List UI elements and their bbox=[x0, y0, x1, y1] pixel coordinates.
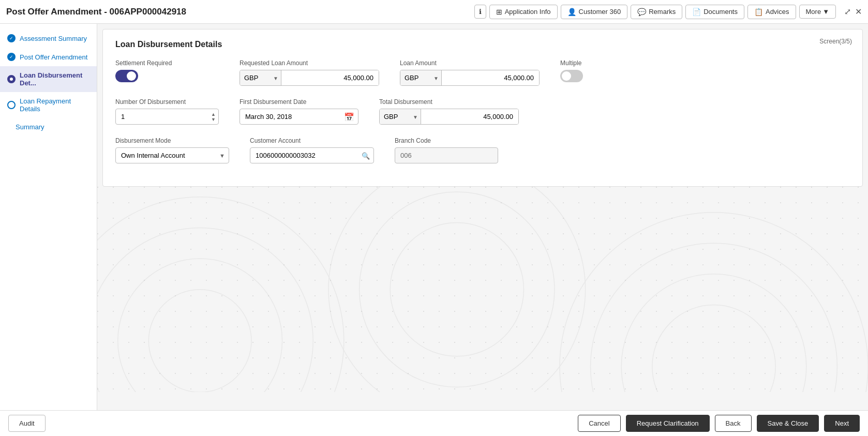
remarks-icon: 💬 bbox=[637, 8, 646, 16]
next-button[interactable]: Next bbox=[824, 415, 860, 432]
chevron-down-icon: ▼ bbox=[822, 8, 829, 16]
svg-point-3 bbox=[148, 290, 251, 393]
svg-point-6 bbox=[390, 223, 523, 356]
total-disbursement-group: Total Disbursement GBP USD EUR ▼ bbox=[379, 98, 519, 125]
total-disbursement-field: GBP USD EUR ▼ bbox=[379, 109, 519, 125]
requested-loan-amount-label: Requested Loan Amount bbox=[240, 59, 379, 67]
number-of-disbursement-input[interactable] bbox=[115, 109, 219, 125]
svg-point-2 bbox=[118, 259, 282, 392]
customer-360-button[interactable]: 👤 Customer 360 bbox=[561, 5, 628, 19]
customer-account-input[interactable] bbox=[250, 147, 374, 163]
branch-code-label: Branch Code bbox=[395, 137, 498, 144]
documents-icon: 📄 bbox=[692, 8, 701, 16]
footer: Audit Cancel Request Clarification Back … bbox=[0, 410, 868, 436]
maximize-button[interactable]: ⤢ bbox=[844, 7, 851, 17]
total-disbursement-input[interactable] bbox=[421, 109, 518, 124]
sidebar-item-post-offer-amendment[interactable]: ✓ Post Offer Amendment bbox=[0, 48, 97, 66]
page-title: Post Offer Amendment - 006APP000042918 bbox=[6, 7, 474, 17]
application-info-button[interactable]: ⊞ Application Info bbox=[489, 5, 558, 19]
svg-point-10 bbox=[652, 305, 775, 392]
total-currency-wrapper: GBP USD EUR ▼ bbox=[380, 109, 421, 124]
background-pattern bbox=[97, 187, 868, 394]
branch-code-input[interactable] bbox=[395, 147, 498, 163]
loan-currency-select[interactable]: GBP USD EUR bbox=[400, 70, 442, 85]
advices-button[interactable]: 📋 Advices bbox=[747, 5, 796, 19]
requested-currency-wrapper: GBP USD EUR ▼ bbox=[240, 70, 281, 85]
form-row-2: Number Of Disbursement ▲ ▼ First Disburs… bbox=[115, 98, 850, 125]
customer-account-label: Customer Account bbox=[250, 137, 374, 144]
sidebar-item-loan-repayment[interactable]: Loan Repayment Details bbox=[0, 92, 97, 118]
info-icon: ℹ bbox=[479, 8, 482, 16]
header-buttons: ℹ ⊞ Application Info 👤 Customer 360 💬 Re… bbox=[474, 5, 862, 19]
header: Post Offer Amendment - 006APP000042918 ℹ… bbox=[0, 0, 868, 24]
multiple-toggle[interactable] bbox=[560, 70, 583, 82]
decorative-circles bbox=[97, 187, 868, 392]
sidebar: ✓ Assessment Summary ✓ Post Offer Amendm… bbox=[0, 24, 97, 410]
stepper-up-button[interactable]: ▲ bbox=[211, 112, 216, 116]
requested-currency-select[interactable]: GBP USD EUR bbox=[240, 70, 281, 85]
customer-account-group: Customer Account 🔍 bbox=[250, 137, 374, 163]
total-currency-select[interactable]: GBP USD EUR bbox=[380, 109, 421, 124]
more-button[interactable]: More ▼ bbox=[799, 5, 836, 19]
svg-point-8 bbox=[591, 243, 837, 392]
number-of-disbursement-label: Number Of Disbursement bbox=[115, 98, 219, 106]
customer-account-search-button[interactable]: 🔍 bbox=[362, 152, 370, 160]
main-layout: ✓ Assessment Summary ✓ Post Offer Amendm… bbox=[0, 24, 868, 410]
form-row-3: Disbursement Mode Own Internal Account E… bbox=[115, 137, 850, 163]
first-disbursement-date-label: First Disbursement Date bbox=[240, 98, 358, 106]
info-button[interactable]: ℹ bbox=[474, 5, 486, 19]
requested-loan-amount-input[interactable] bbox=[281, 70, 379, 85]
active-circle bbox=[7, 75, 16, 83]
disbursement-mode-select[interactable]: Own Internal Account External Account Di… bbox=[115, 147, 229, 163]
loan-amount-label: Loan Amount bbox=[400, 59, 540, 67]
disbursement-mode-label: Disbursement Mode bbox=[115, 137, 229, 144]
svg-point-1 bbox=[97, 228, 313, 392]
multiple-label: Multiple bbox=[560, 59, 664, 67]
multiple-group: Multiple bbox=[560, 59, 664, 86]
svg-point-7 bbox=[560, 213, 868, 393]
sidebar-item-loan-disbursement[interactable]: Loan Disbursement Det... bbox=[0, 66, 97, 92]
svg-point-0 bbox=[97, 197, 344, 392]
loan-amount-field: GBP USD EUR ▼ bbox=[400, 70, 540, 86]
sidebar-item-assessment-summary[interactable]: ✓ Assessment Summary bbox=[0, 29, 97, 48]
circle-icon bbox=[7, 101, 16, 109]
save-close-button[interactable]: Save & Close bbox=[757, 415, 819, 432]
calendar-icon[interactable]: 📅 bbox=[344, 112, 354, 122]
number-of-disbursement-stepper: ▲ ▼ bbox=[115, 109, 219, 125]
toggle-slider-off bbox=[560, 70, 583, 82]
remarks-button[interactable]: 💬 Remarks bbox=[631, 5, 682, 19]
sidebar-item-label: Summary bbox=[16, 123, 44, 131]
disbursement-mode-wrapper: Own Internal Account External Account Di… bbox=[115, 147, 229, 163]
settlement-required-toggle[interactable] bbox=[115, 70, 138, 82]
cancel-button[interactable]: Cancel bbox=[578, 415, 620, 432]
first-disbursement-date-group: First Disbursement Date 📅 bbox=[240, 98, 358, 125]
documents-button[interactable]: 📄 Documents bbox=[685, 5, 744, 19]
settlement-required-label: Settlement Required bbox=[115, 59, 219, 67]
window-controls: ⤢ ✕ bbox=[844, 7, 862, 17]
application-icon: ⊞ bbox=[496, 8, 502, 16]
total-disbursement-label: Total Disbursement bbox=[379, 98, 519, 106]
requested-loan-amount-group: Requested Loan Amount GBP USD EUR ▼ bbox=[240, 59, 379, 86]
loan-currency-wrapper: GBP USD EUR ▼ bbox=[400, 70, 442, 85]
screen-info: Screen(3/5) bbox=[819, 38, 852, 45]
branch-code-group: Branch Code bbox=[395, 137, 498, 163]
main-content: Loan Disbursement Details Screen(3/5) Se… bbox=[97, 24, 868, 410]
audit-button[interactable]: Audit bbox=[8, 415, 46, 432]
loan-amount-group: Loan Amount GBP USD EUR ▼ bbox=[400, 59, 540, 86]
svg-point-9 bbox=[621, 274, 806, 392]
stepper-buttons: ▲ ▼ bbox=[211, 112, 216, 122]
loan-disbursement-card: Loan Disbursement Details Screen(3/5) Se… bbox=[102, 29, 863, 187]
loan-amount-input[interactable] bbox=[442, 70, 539, 85]
stepper-down-button[interactable]: ▼ bbox=[211, 117, 216, 122]
first-disbursement-date-input[interactable] bbox=[240, 109, 358, 125]
sidebar-item-summary[interactable]: Summary bbox=[0, 118, 97, 136]
toggle-slider bbox=[115, 70, 138, 82]
request-clarification-button[interactable]: Request Clarification bbox=[626, 415, 710, 432]
footer-left: Audit bbox=[8, 415, 573, 432]
disbursement-mode-group: Disbursement Mode Own Internal Account E… bbox=[115, 137, 229, 163]
customer-account-wrapper: 🔍 bbox=[250, 147, 374, 163]
customer-icon: 👤 bbox=[567, 8, 576, 16]
close-button[interactable]: ✕ bbox=[855, 7, 862, 17]
back-button[interactable]: Back bbox=[715, 415, 752, 432]
sidebar-item-label: Loan Repayment Details bbox=[20, 97, 89, 113]
